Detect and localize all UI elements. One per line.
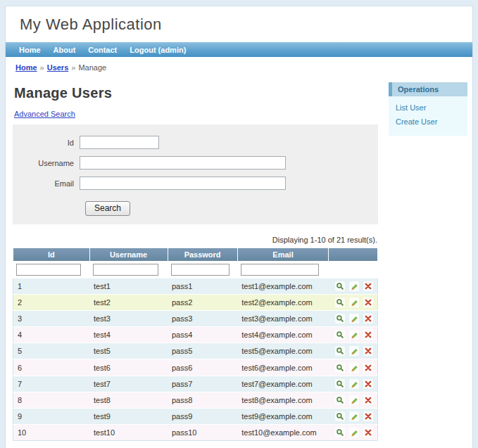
delete-icon[interactable]	[363, 314, 373, 324]
view-icon[interactable]	[335, 395, 345, 405]
view-icon[interactable]	[335, 411, 345, 421]
delete-icon[interactable]	[363, 346, 373, 356]
delete-icon[interactable]	[363, 363, 373, 373]
main-navigation: HomeAboutContactLogout (admin)	[6, 42, 472, 57]
delete-icon[interactable]	[363, 411, 373, 421]
cell-id: 7	[13, 376, 90, 392]
breadcrumb-separator: »	[40, 63, 44, 72]
view-icon[interactable]	[335, 281, 345, 291]
filter-input-id[interactable]	[16, 264, 81, 276]
cell-username: test7	[89, 376, 168, 392]
table-row[interactable]: 10test10pass10test10@example.com	[13, 424, 378, 440]
delete-icon[interactable]	[363, 428, 373, 437]
app-title: My Web Application	[20, 15, 162, 33]
cell-username: test8	[89, 392, 168, 408]
cell-username: test5	[89, 343, 168, 359]
delete-icon[interactable]	[363, 379, 373, 389]
cell-username: test10	[89, 424, 168, 440]
row-actions	[329, 343, 378, 359]
column-header-password[interactable]: Password	[168, 248, 237, 262]
sidebar-link-list-user[interactable]: List User	[389, 101, 467, 115]
cell-username: test2	[89, 295, 168, 311]
search-input-username[interactable]	[80, 156, 286, 169]
breadcrumb-users[interactable]: Users	[47, 63, 69, 72]
nav-item-about[interactable]: About	[47, 43, 82, 57]
table-row[interactable]: 5test5pass5test5@example.com	[13, 343, 378, 359]
column-header-username[interactable]: Username	[89, 248, 168, 262]
cell-password: pass9	[168, 408, 237, 424]
cell-id: 2	[13, 295, 90, 311]
sidebar-link-create-user[interactable]: Create User	[389, 115, 467, 129]
row-actions	[329, 327, 378, 343]
update-icon[interactable]	[349, 314, 359, 324]
delete-icon[interactable]	[363, 297, 373, 307]
delete-icon[interactable]	[363, 330, 373, 340]
operations-portlet-content: List UserCreate User	[389, 96, 467, 136]
breadcrumb-home[interactable]: Home	[15, 63, 37, 72]
update-icon[interactable]	[349, 330, 359, 340]
users-grid: IdUsernamePasswordEmail 1test1pass1test1…	[13, 248, 378, 441]
table-row[interactable]: 8test8pass8test8@example.com	[13, 392, 378, 408]
column-header-buttons	[329, 248, 378, 262]
filter-input-password[interactable]	[171, 264, 229, 276]
search-label-id: Id	[13, 139, 80, 147]
view-icon[interactable]	[335, 363, 345, 373]
table-row[interactable]: 4test4pass4test4@example.com	[13, 327, 378, 343]
view-icon[interactable]	[335, 314, 345, 324]
cell-email: test7@example.com	[237, 376, 329, 392]
nav-item-home[interactable]: Home	[13, 43, 47, 57]
cell-id: 4	[13, 327, 90, 343]
update-icon[interactable]	[349, 411, 359, 421]
column-header-id[interactable]: Id	[13, 248, 90, 262]
update-icon[interactable]	[349, 281, 359, 291]
update-icon[interactable]	[349, 379, 359, 389]
update-icon[interactable]	[349, 428, 359, 437]
search-button[interactable]: Search	[85, 201, 130, 216]
table-row[interactable]: 9test9pass9test9@example.com	[13, 408, 378, 424]
view-icon[interactable]	[335, 428, 345, 437]
update-icon[interactable]	[349, 346, 359, 356]
cell-id: 5	[13, 343, 90, 359]
delete-icon[interactable]	[363, 395, 373, 405]
sidebar: Operations List UserCreate User	[389, 77, 467, 448]
view-icon[interactable]	[335, 346, 345, 356]
breadcrumb-separator: »	[71, 63, 75, 72]
table-row[interactable]: 7test7pass7test7@example.com	[13, 376, 378, 392]
table-row[interactable]: 1test1pass1test1@example.com	[13, 279, 378, 295]
update-icon[interactable]	[349, 363, 359, 373]
table-row[interactable]: 2test2pass2test2@example.com	[13, 295, 378, 311]
cell-email: test2@example.com	[237, 295, 329, 311]
nav-item-logout-admin[interactable]: Logout (admin)	[123, 43, 192, 57]
table-row[interactable]: 6test6pass6test6@example.com	[13, 359, 378, 376]
filter-input-email[interactable]	[241, 264, 319, 276]
delete-icon[interactable]	[363, 281, 373, 291]
grid-summary: Displaying 1-10 of 21 result(s).	[13, 236, 377, 244]
search-label-username: Username	[13, 159, 80, 167]
cell-id: 3	[13, 311, 90, 327]
view-icon[interactable]	[335, 330, 345, 340]
update-icon[interactable]	[349, 395, 359, 405]
search-input-email[interactable]	[80, 177, 286, 190]
cell-username: test9	[89, 408, 168, 424]
search-input-id[interactable]	[80, 136, 159, 149]
cell-password: pass8	[168, 392, 237, 408]
column-header-email[interactable]: Email	[237, 248, 329, 262]
cell-email: test3@example.com	[237, 311, 329, 327]
filter-input-username[interactable]	[93, 264, 159, 276]
row-actions	[329, 424, 378, 440]
table-row[interactable]: 3test3pass3test3@example.com	[13, 311, 378, 327]
cell-password: pass3	[168, 311, 237, 327]
row-actions	[329, 359, 378, 376]
nav-item-contact[interactable]: Contact	[82, 43, 123, 57]
cell-username: test6	[89, 359, 168, 376]
advanced-search-link[interactable]: Advanced Search	[14, 110, 75, 118]
view-icon[interactable]	[335, 297, 345, 307]
filter-cell-empty	[329, 262, 378, 279]
view-icon[interactable]	[335, 379, 345, 389]
cell-id: 8	[13, 392, 90, 408]
row-actions	[329, 295, 378, 311]
breadcrumb: Home»Users»Manage	[6, 57, 472, 77]
update-icon[interactable]	[349, 297, 359, 307]
cell-email: test8@example.com	[237, 392, 329, 408]
row-actions	[329, 376, 378, 392]
